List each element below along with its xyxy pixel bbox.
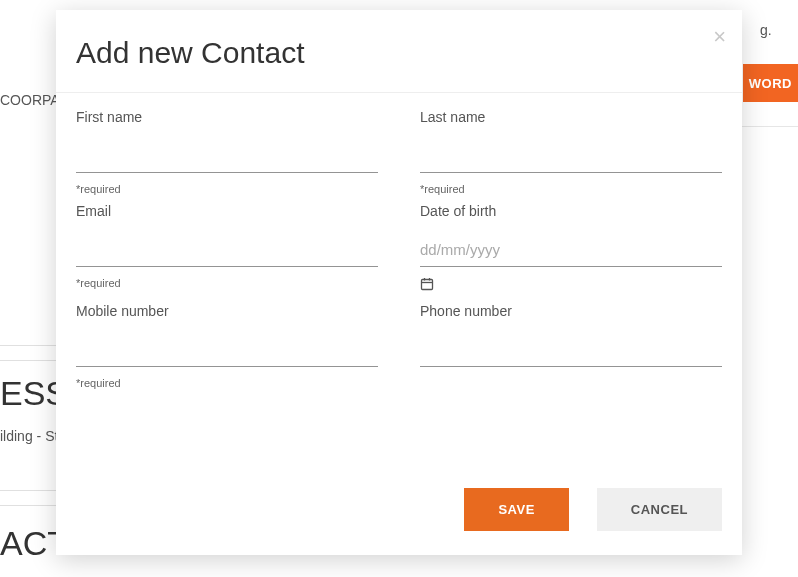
dob-field-group: Date of birth bbox=[420, 203, 722, 295]
first-name-hint: *required bbox=[76, 183, 378, 195]
email-input[interactable] bbox=[76, 227, 378, 267]
email-field-group: Email *required bbox=[76, 203, 378, 295]
mobile-input[interactable] bbox=[76, 327, 378, 367]
first-name-input[interactable] bbox=[76, 133, 378, 173]
modal-title: Add new Contact bbox=[76, 36, 722, 70]
email-label: Email bbox=[76, 203, 378, 219]
last-name-hint: *required bbox=[420, 183, 722, 195]
last-name-input[interactable] bbox=[420, 133, 722, 173]
last-name-label: Last name bbox=[420, 109, 722, 125]
svg-rect-0 bbox=[422, 280, 433, 290]
mobile-label: Mobile number bbox=[76, 303, 378, 319]
save-button[interactable]: SAVE bbox=[464, 488, 568, 531]
bg-divider bbox=[0, 345, 56, 346]
add-contact-modal: Add new Contact × First name *required L… bbox=[56, 10, 742, 555]
calendar-icon[interactable] bbox=[420, 277, 434, 295]
phone-input[interactable] bbox=[420, 327, 722, 367]
modal-header: Add new Contact × bbox=[56, 10, 742, 93]
bg-text-ilding: ilding - St bbox=[0, 428, 58, 444]
bg-divider bbox=[0, 490, 56, 491]
phone-label: Phone number bbox=[420, 303, 722, 319]
phone-field-group: Phone number bbox=[420, 303, 722, 389]
cancel-button[interactable]: CANCEL bbox=[597, 488, 722, 531]
dob-input[interactable] bbox=[420, 227, 722, 267]
modal-body: First name *required Last name *required… bbox=[56, 93, 742, 470]
first-name-field-group: First name *required bbox=[76, 109, 378, 195]
close-icon[interactable]: × bbox=[713, 26, 726, 48]
first-name-label: First name bbox=[76, 109, 378, 125]
mobile-hint: *required bbox=[76, 377, 378, 389]
bg-text-fragment: g. bbox=[760, 22, 772, 38]
bg-divider bbox=[0, 505, 56, 506]
bg-divider bbox=[0, 360, 56, 361]
dob-label: Date of birth bbox=[420, 203, 722, 219]
last-name-field-group: Last name *required bbox=[420, 109, 722, 195]
mobile-field-group: Mobile number *required bbox=[76, 303, 378, 389]
email-hint: *required bbox=[76, 277, 378, 289]
bg-orange-button-fragment[interactable]: WORD bbox=[743, 64, 798, 102]
modal-footer: SAVE CANCEL bbox=[56, 470, 742, 555]
